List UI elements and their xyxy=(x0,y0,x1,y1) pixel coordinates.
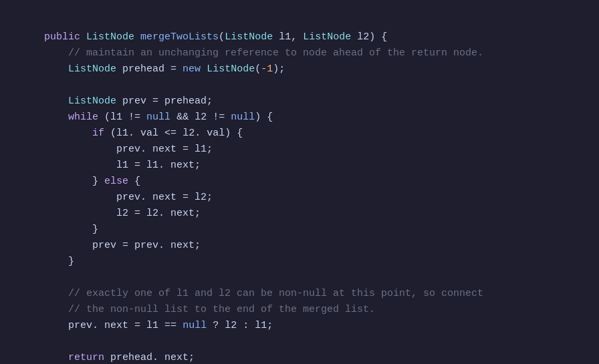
line-14: } xyxy=(20,256,74,267)
line-16: // the non-null list to the end of the m… xyxy=(20,304,375,315)
line-3: ListNode prehead = new ListNode(-1); xyxy=(20,63,285,75)
line-7: prev. next = l1; xyxy=(20,144,213,155)
line-12: } xyxy=(20,224,98,235)
line-6: if (l1. val <= l2. val) { xyxy=(20,128,243,139)
line-1: public ListNode mergeTwoLists(ListNode l… xyxy=(20,31,387,43)
line-10: prev. next = l2; xyxy=(20,192,213,203)
line-5: while (l1 != null && l2 != null) { xyxy=(20,112,273,123)
line-4: ListNode prev = prehead; xyxy=(20,96,213,107)
line-11: l2 = l2. next; xyxy=(20,208,201,219)
line-2: // maintain an unchanging reference to n… xyxy=(20,47,483,59)
line-18: return prehead. next; xyxy=(20,352,195,363)
line-13: prev = prev. next; xyxy=(20,240,201,251)
line-9: } else { xyxy=(20,176,140,187)
code-container: public ListNode mergeTwoLists(ListNode l… xyxy=(20,13,579,364)
line-15: // exactly one of l1 and l2 can be non-n… xyxy=(20,288,483,299)
line-8: l1 = l1. next; xyxy=(20,160,201,171)
line-17: prev. next = l1 == null ? l2 : l1; xyxy=(20,320,273,331)
